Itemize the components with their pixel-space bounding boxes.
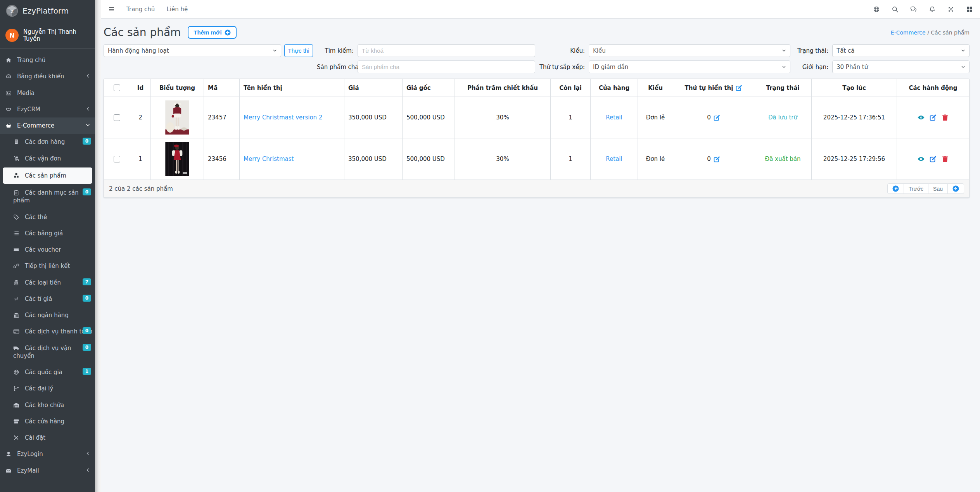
first-page-button[interactable] bbox=[887, 183, 904, 194]
sidebar-item-bang-dieu-khien[interactable]: Bảng điều khiển bbox=[0, 68, 95, 85]
sidebar-item-tiep-thi-lien-ket[interactable]: Tiếp thị liên kết bbox=[0, 258, 95, 274]
bulk-action-select[interactable]: Hành động hàng loạt bbox=[104, 44, 281, 57]
execute-button[interactable]: Thực thi bbox=[284, 44, 313, 57]
menu-toggle-icon[interactable] bbox=[108, 6, 115, 12]
row-checkbox[interactable] bbox=[114, 114, 120, 121]
brand-logo-icon: Z bbox=[5, 4, 19, 17]
sidebar-item-label: E-Commerce bbox=[17, 122, 54, 129]
sidebar-item-media[interactable]: Media bbox=[0, 85, 95, 101]
cell-remaining: 1 bbox=[551, 138, 591, 180]
sort-select[interactable]: ID giảm dần bbox=[589, 60, 790, 73]
sidebar-item-ezymail[interactable]: EzyMail bbox=[0, 463, 95, 479]
col-status: Trạng thái bbox=[754, 79, 812, 97]
store-link[interactable]: Retail bbox=[606, 114, 622, 121]
delete-icon[interactable] bbox=[942, 155, 949, 162]
sidebar-item-label: Các tỉ giá bbox=[25, 295, 52, 302]
delete-icon[interactable] bbox=[942, 114, 949, 121]
user-panel[interactable]: N Nguyễn Thị Thanh Tuyền bbox=[0, 22, 95, 49]
sidebar-item-label: Các vận đơn bbox=[25, 155, 61, 162]
sidebar-nav: Trang chủBảng điều khiểnMediaEzyCRME-Com… bbox=[0, 49, 95, 482]
next-page-button[interactable]: Sau bbox=[928, 183, 948, 194]
sidebar-item-cac-dich-vu-van-chuyen[interactable]: Các dịch vụ vận chuyển0 bbox=[0, 340, 95, 364]
sidebar-item-label: EzyLogin bbox=[17, 451, 43, 457]
sidebar-item-label: EzyMail bbox=[17, 467, 39, 474]
last-page-button[interactable] bbox=[947, 183, 964, 194]
sidebar-item-cac-don-hang[interactable]: Các đơn hàng0 bbox=[0, 134, 95, 150]
chevron-down-icon bbox=[782, 65, 786, 69]
product-name-link[interactable]: Merry Christmast version 2 bbox=[244, 114, 322, 121]
limit-label: Giới hạn: bbox=[794, 64, 828, 71]
sidebar-item-cac-danh-muc-san-pham[interactable]: Các danh mục sản phẩm0 bbox=[0, 185, 95, 209]
branch-icon bbox=[13, 385, 21, 391]
topnav-link-contact[interactable]: Liên hệ bbox=[166, 6, 188, 13]
topnav-link-home[interactable]: Trang chủ bbox=[126, 6, 155, 13]
coins-icon bbox=[13, 280, 21, 285]
sidebar-item-cac-ngan-hang[interactable]: Các ngân hàng bbox=[0, 307, 95, 323]
view-icon[interactable] bbox=[918, 155, 925, 162]
sidebar-item-trang-chu[interactable]: Trang chủ bbox=[0, 52, 95, 68]
breadcrumb-parent[interactable]: E-Commerce bbox=[891, 29, 926, 36]
link-icon bbox=[13, 263, 21, 269]
col-price: Giá bbox=[344, 79, 403, 97]
search-input[interactable] bbox=[358, 44, 535, 57]
sidebar-item-cac-kho-chua[interactable]: Các kho chứa bbox=[0, 397, 95, 413]
cell-created-at: 2025-12-25 17:29:56 bbox=[812, 138, 897, 180]
brand[interactable]: Z EzyPlatform bbox=[0, 0, 95, 22]
globe-icon[interactable] bbox=[873, 6, 880, 13]
credit-card-icon bbox=[13, 328, 21, 334]
status-select[interactable]: Tất cả bbox=[832, 44, 970, 57]
arrow-circle-right-icon bbox=[952, 185, 959, 192]
sidebar-item-label: Tiếp thị liên kết bbox=[25, 262, 70, 269]
add-new-button[interactable]: Thêm mới bbox=[188, 26, 236, 39]
sidebar-item-cac-quoc-gia[interactable]: Các quốc gia1 bbox=[0, 364, 95, 380]
sidebar-item-e-commerce[interactable]: E-Commerce bbox=[0, 117, 95, 134]
edit-order-icon[interactable] bbox=[714, 114, 720, 121]
cell-discount: 30% bbox=[455, 97, 551, 138]
edit-icon[interactable] bbox=[930, 155, 937, 162]
sidebar-item-cac-the[interactable]: Các thẻ bbox=[0, 209, 95, 225]
sidebar-item-cai-dat[interactable]: Cài đặt bbox=[0, 430, 95, 446]
edit-order-icon[interactable] bbox=[736, 85, 742, 91]
prev-page-button[interactable]: Trước bbox=[904, 183, 928, 194]
truck-icon bbox=[13, 345, 21, 351]
table-row: 1 bbox=[104, 138, 970, 180]
sidebar-item-label: Các thẻ bbox=[25, 214, 47, 221]
grid-icon[interactable] bbox=[966, 6, 973, 13]
sidebar-scrollbar[interactable] bbox=[95, 0, 101, 492]
sidebar-item-ezycrm[interactable]: EzyCRM bbox=[0, 101, 95, 117]
type-select[interactable]: Kiểu bbox=[589, 44, 790, 57]
row-checkbox[interactable] bbox=[114, 156, 120, 162]
bell-icon[interactable] bbox=[929, 6, 936, 13]
sidebar-item-cac-dai-ly[interactable]: Các đại lý bbox=[0, 380, 95, 397]
limit-select[interactable]: 30 Phần tử bbox=[832, 60, 970, 73]
sidebar-item-cac-loai-tien[interactable]: Các loại tiền7 bbox=[0, 274, 95, 291]
sidebar-item-cac-cua-hang[interactable]: Các cửa hàng bbox=[0, 413, 95, 430]
select-all-checkbox[interactable] bbox=[114, 85, 120, 91]
sidebar-item-cac-san-pham[interactable]: Các sản phẩm bbox=[3, 167, 92, 184]
edit-icon[interactable] bbox=[930, 114, 937, 121]
page-title: Các sản phẩm bbox=[104, 26, 181, 39]
search-icon[interactable] bbox=[892, 6, 899, 13]
filters: Hành động hàng loạt Thực thi Tìm kiếm: K… bbox=[104, 44, 970, 73]
parent-product-input[interactable] bbox=[358, 60, 535, 73]
chevron-left-icon bbox=[86, 468, 90, 472]
sidebar-item-cac-bang-gia[interactable]: Các bảng giá bbox=[0, 225, 95, 242]
sidebar-item-cac-dich-vu-thanh-toan[interactable]: Các dịch vụ thanh toán0 bbox=[0, 323, 95, 340]
product-name-link[interactable]: Merry Christmast bbox=[244, 155, 294, 162]
sidebar-item-cac-ti-gia[interactable]: Các tỉ giá0 bbox=[0, 291, 95, 307]
sidebar-item-cac-van-don[interactable]: Các vận đơn bbox=[0, 150, 95, 167]
edit-order-icon[interactable] bbox=[714, 156, 720, 162]
sidebar-item-ezylogin[interactable]: EzyLogin bbox=[0, 446, 95, 462]
sidebar-item-label: Các kho chứa bbox=[25, 402, 64, 409]
expand-icon[interactable] bbox=[947, 6, 954, 13]
sidebar-item-label: Các quốc gia bbox=[25, 369, 62, 376]
parent-product-label: Sản phẩm cha: bbox=[317, 64, 354, 71]
count-badge: 0 bbox=[83, 188, 91, 195]
product-thumbnail bbox=[165, 142, 189, 176]
sidebar-item-label: Các cửa hàng bbox=[25, 418, 64, 425]
view-icon[interactable] bbox=[918, 114, 925, 121]
cell-remaining: 1 bbox=[551, 97, 591, 138]
comments-icon[interactable] bbox=[910, 6, 917, 13]
store-link[interactable]: Retail bbox=[606, 155, 622, 162]
sidebar-item-cac-voucher[interactable]: Các voucher bbox=[0, 242, 95, 258]
